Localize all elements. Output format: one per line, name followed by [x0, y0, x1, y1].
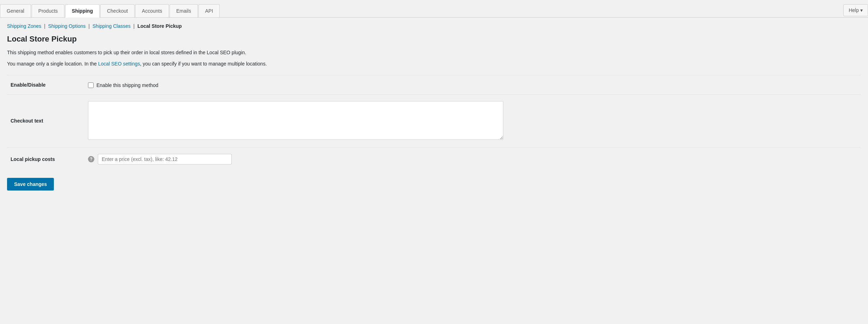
checkout-text-row: Checkout text — [7, 94, 861, 147]
save-button[interactable]: Save changes — [7, 178, 54, 191]
pickup-costs-label: Local pickup costs — [7, 147, 84, 171]
breadcrumb-sep-1: | — [44, 23, 47, 29]
breadcrumb-sep-3: | — [133, 23, 136, 29]
tab-general[interactable]: General — [0, 4, 31, 17]
tab-accounts[interactable]: Accounts — [135, 4, 169, 17]
chevron-down-icon: ▾ — [860, 7, 863, 13]
breadcrumb-sep-2: | — [88, 23, 91, 29]
tab-shipping[interactable]: Shipping — [65, 4, 100, 18]
help-button[interactable]: Help ▾ — [843, 4, 868, 16]
tab-bar: General Products Shipping Checkout Accou… — [0, 0, 868, 18]
description-1: This shipping method enables customers t… — [7, 49, 861, 56]
settings-form: Enable/Disable Enable this shipping meth… — [7, 75, 861, 171]
breadcrumb-current: Local Store Pickup — [137, 23, 182, 29]
tab-emails[interactable]: Emails — [170, 4, 198, 17]
tab-products[interactable]: Products — [32, 4, 64, 17]
enable-checkbox-text: Enable this shipping method — [96, 82, 158, 88]
breadcrumb: Shipping Zones | Shipping Options | Ship… — [7, 23, 861, 29]
local-seo-settings-link[interactable]: Local SEO settings — [98, 61, 140, 67]
enable-checkbox-label[interactable]: Enable this shipping method — [88, 82, 857, 88]
enable-disable-row: Enable/Disable Enable this shipping meth… — [7, 75, 861, 94]
enable-disable-field: Enable this shipping method — [84, 75, 861, 94]
enable-checkbox[interactable] — [88, 82, 94, 88]
description-2-after: , you can specify if you want to manage … — [140, 61, 267, 67]
main-content: Shipping Zones | Shipping Options | Ship… — [0, 18, 868, 196]
pickup-costs-row: Local pickup costs ? — [7, 147, 861, 171]
checkout-text-label: Checkout text — [7, 94, 84, 147]
tab-checkout[interactable]: Checkout — [100, 4, 134, 17]
pickup-costs-input[interactable] — [98, 154, 232, 164]
breadcrumb-shipping-classes[interactable]: Shipping Classes — [93, 23, 131, 29]
tab-api[interactable]: API — [199, 4, 220, 17]
help-label: Help — [849, 7, 859, 13]
description-2: You manage only a single location. In th… — [7, 60, 861, 68]
breadcrumb-shipping-zones[interactable]: Shipping Zones — [7, 23, 41, 29]
pickup-costs-field: ? — [84, 147, 861, 171]
pickup-costs-help-icon[interactable]: ? — [88, 156, 94, 162]
page-title: Local Store Pickup — [7, 35, 861, 44]
checkout-text-input[interactable] — [88, 101, 503, 140]
pickup-costs-row-inner: ? — [88, 154, 857, 164]
breadcrumb-shipping-options[interactable]: Shipping Options — [48, 23, 86, 29]
enable-disable-label: Enable/Disable — [7, 75, 84, 94]
description-2-before: You manage only a single location. In th… — [7, 61, 98, 67]
checkout-text-field — [84, 94, 861, 147]
